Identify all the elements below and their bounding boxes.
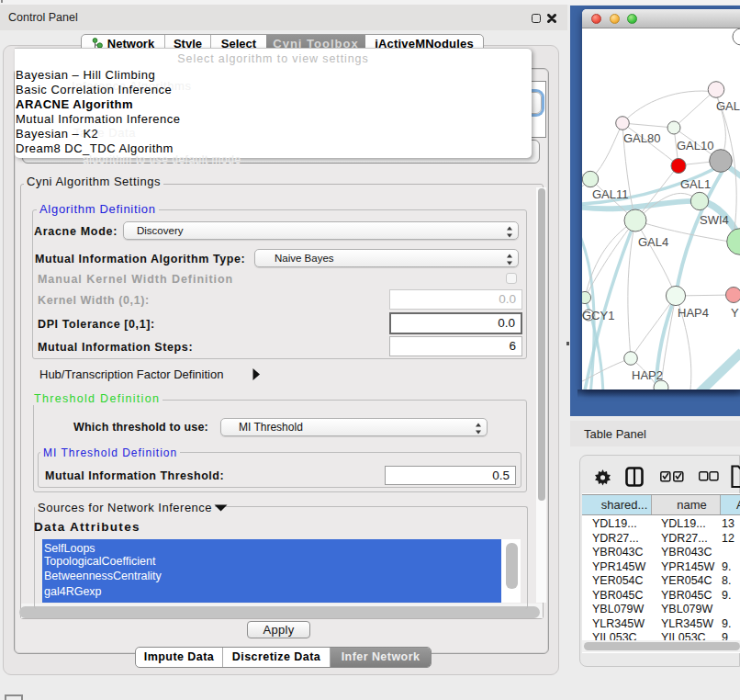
svg-text:HAP2: HAP2	[632, 368, 663, 382]
svg-text:GAL4: GAL4	[638, 235, 668, 249]
svg-text:GAL80: GAL80	[623, 131, 660, 145]
svg-text:GAL10: GAL10	[677, 139, 713, 152]
svg-text:GAL7: GAL7	[716, 99, 740, 113]
svg-text:HAP4: HAP4	[678, 306, 709, 320]
svg-text:Y: Y	[731, 306, 739, 320]
svg-text:GAL1: GAL1	[680, 177, 711, 191]
svg-text:GAL11: GAL11	[592, 187, 629, 201]
svg-text:GCY1: GCY1	[582, 309, 614, 322]
svg-text:SWI4: SWI4	[700, 213, 729, 227]
